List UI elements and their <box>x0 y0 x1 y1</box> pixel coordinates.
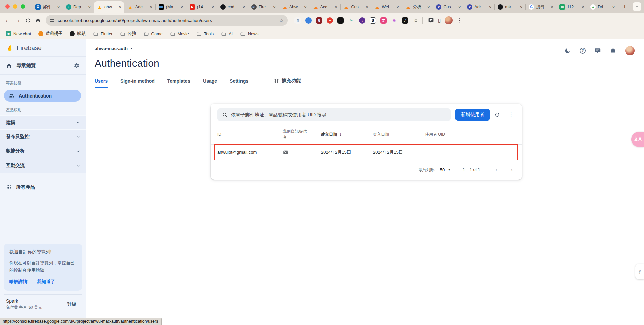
rows-per-page-select[interactable]: 50 ▼ <box>440 167 450 172</box>
ext-blue-sphere[interactable] <box>305 17 312 24</box>
translate-float-button[interactable]: 文A <box>631 132 644 147</box>
traffic-light-button[interactable] <box>21 4 25 9</box>
column-header-created[interactable]: 建立日期 ↓ <box>321 132 373 137</box>
sidebar-category[interactable]: 互動交流 <box>0 158 86 173</box>
bookmark-item[interactable]: Movie <box>167 30 192 38</box>
browser-tab[interactable]: ▶ (14 × <box>186 1 217 13</box>
tab-close-icon[interactable]: × <box>426 5 431 10</box>
tab-close-icon[interactable]: × <box>519 5 524 10</box>
bookmark-item[interactable]: Game <box>140 30 166 38</box>
browser-tab[interactable]: ☁ Ahw × <box>279 1 310 13</box>
tab-close-icon[interactable]: × <box>56 5 61 10</box>
home-button[interactable] <box>33 15 43 25</box>
project-settings-gear-icon[interactable] <box>74 63 80 69</box>
browser-tab[interactable]: mk × <box>494 1 525 13</box>
traffic-light-button[interactable] <box>5 4 10 9</box>
browser-tab[interactable]: G 搜尋 × <box>525 1 556 13</box>
tab-close-icon[interactable]: × <box>303 5 308 10</box>
browser-tab[interactable]: v Adr × <box>464 1 494 13</box>
reload-button[interactable] <box>23 15 33 25</box>
ext-s-book[interactable]: S <box>370 17 376 24</box>
ext-pink-translate[interactable]: 文 <box>380 17 387 24</box>
tab-close-icon[interactable]: × <box>210 5 215 10</box>
new-tab-button[interactable]: + <box>620 2 629 12</box>
bookmark-item[interactable]: News <box>237 30 262 38</box>
upgrade-button[interactable]: 升級 <box>67 301 80 307</box>
browser-tab[interactable]: cod × <box>217 1 248 13</box>
sidebar-category[interactable]: 建構 <box>0 115 86 130</box>
firebase-brand[interactable]: Firebase <box>0 39 86 57</box>
ext-swirl[interactable]: ◉ <box>391 17 397 24</box>
refresh-button[interactable] <box>492 109 503 120</box>
browser-menu-icon[interactable]: ⋮ <box>457 17 462 23</box>
browser-tab[interactable]: ✓ Dep × <box>63 1 94 13</box>
bookmark-item[interactable]: Flutter <box>90 30 116 38</box>
tab-close-icon[interactable]: × <box>272 5 277 10</box>
browser-tab[interactable]: ▦ 112 × <box>556 1 587 13</box>
browser-tab[interactable]: ◎ Fire × <box>248 1 279 13</box>
ext-black-slash[interactable]: ∕ <box>402 17 408 24</box>
tab-close-icon[interactable]: × <box>149 5 154 10</box>
got-it-button[interactable]: 我知道了 <box>37 279 55 285</box>
tab-close-icon[interactable]: × <box>87 5 92 10</box>
account-avatar[interactable] <box>625 46 635 55</box>
dark-mode-moon-icon[interactable] <box>564 47 571 54</box>
sidebar-category[interactable]: 數據分析 <box>0 144 86 158</box>
table-menu-button[interactable]: ⋮ <box>505 109 517 120</box>
browser-tab[interactable]: O 郵件 × <box>32 1 63 13</box>
tab-search-button[interactable] <box>633 2 641 11</box>
ext-badge[interactable]: ▯ <box>294 17 301 24</box>
ext-purple-down[interactable]: ↓ <box>359 17 365 24</box>
bookmark-item[interactable]: 公務 <box>117 29 140 38</box>
sidebar-category[interactable]: 發布及監控 <box>0 130 86 144</box>
auth-tab[interactable]: Sign-in method <box>120 78 155 88</box>
sidebar-item-authentication[interactable]: Authentication <box>4 90 81 102</box>
site-info-icon[interactable] <box>50 18 55 23</box>
learn-more-link[interactable]: 瞭解詳情 <box>9 279 28 285</box>
auth-tab[interactable]: Settings <box>230 78 248 88</box>
browser-tab[interactable]: ☁ 分析 × <box>402 1 433 13</box>
bookmark-star-icon[interactable]: ☆ <box>279 17 284 24</box>
ext-teal-clip[interactable]: ✂ <box>348 17 355 24</box>
forward-button[interactable]: → <box>13 15 23 25</box>
auth-tab[interactable]: Users <box>95 78 108 88</box>
tab-close-icon[interactable]: × <box>241 5 246 10</box>
ext-red-forward[interactable]: » <box>327 17 333 24</box>
sidebar-item-project-overview[interactable]: 專案總覽 <box>0 57 86 75</box>
bookmark-item[interactable]: 遊戲橘子 <box>35 29 66 38</box>
bookmark-item[interactable]: AI <box>218 30 236 38</box>
auth-tab[interactable]: Templates <box>167 78 190 88</box>
browser-tab[interactable]: ▲ ahw × <box>94 1 124 13</box>
browser-tab[interactable]: ▲ Dri × <box>587 1 618 13</box>
ext-black-frame[interactable]: ▫ <box>337 17 344 24</box>
project-switcher[interactable]: ahwu-mac-auth ▼ <box>95 46 133 51</box>
tab-close-icon[interactable]: × <box>611 5 616 10</box>
bookmark-item[interactable]: Tools <box>193 30 217 38</box>
tab-close-icon[interactable]: × <box>549 5 554 10</box>
user-row[interactable]: ahwuiot@gmail.com 2024年2月15日 2024年2月15日 <box>211 144 522 160</box>
browser-tab[interactable]: ☁ Acc × <box>310 1 340 13</box>
auth-tab[interactable]: Usage <box>203 78 217 88</box>
user-search-input[interactable] <box>231 112 446 117</box>
address-bar[interactable]: console.firebase.google.com/u/0/project/… <box>46 15 288 26</box>
previous-page-button[interactable]: ‹ <box>495 166 497 173</box>
back-button[interactable]: ← <box>3 15 13 25</box>
bookmark-item[interactable]: 解鎖 <box>66 29 89 38</box>
notifications-bell-icon[interactable] <box>610 47 616 54</box>
reading-list-icon[interactable] <box>428 17 434 23</box>
tab-close-icon[interactable]: × <box>457 5 462 10</box>
browser-tab[interactable]: ▲ Adc × <box>124 1 155 13</box>
sidebar-item-all-products[interactable]: 所有產品 <box>0 180 86 194</box>
feedback-icon[interactable] <box>594 47 601 54</box>
url-text[interactable]: console.firebase.google.com/u/0/project/… <box>58 18 276 23</box>
side-panel-icon[interactable]: ▯ <box>438 17 441 23</box>
ext-jar[interactable]: □ <box>413 17 419 24</box>
edge-handle-button[interactable]: ∥ <box>635 264 644 279</box>
browser-tab[interactable]: v Cus × <box>433 1 464 13</box>
browser-tab[interactable]: ☁ Cus × <box>340 1 371 13</box>
tab-close-icon[interactable]: × <box>580 5 585 10</box>
tab-close-icon[interactable]: × <box>395 5 400 10</box>
tab-extensions[interactable]: 擴充功能 <box>274 78 301 88</box>
add-user-button[interactable]: 新增使用者 <box>455 109 490 121</box>
tab-close-icon[interactable]: × <box>118 5 123 10</box>
